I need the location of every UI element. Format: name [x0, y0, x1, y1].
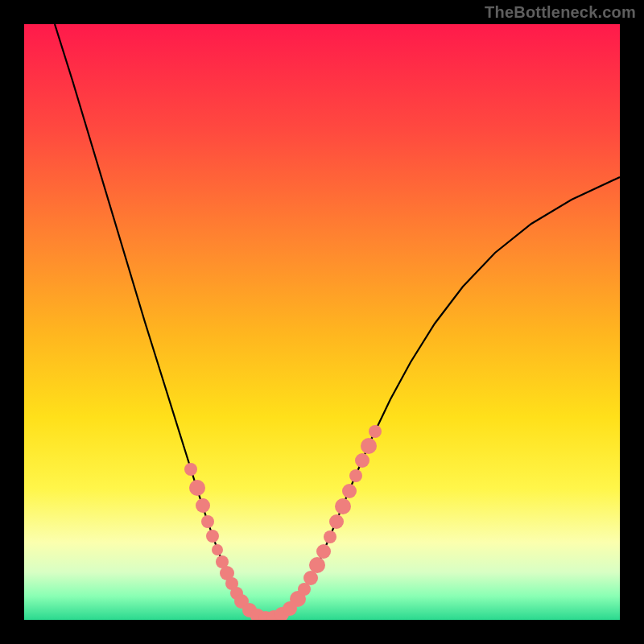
- data-dot: [309, 557, 325, 573]
- data-dot-layer: [184, 425, 382, 620]
- chart-svg: [24, 24, 620, 620]
- data-dot: [335, 498, 351, 514]
- data-dot: [329, 514, 344, 529]
- data-dot: [196, 498, 210, 513]
- data-dot: [189, 480, 205, 496]
- data-dot: [369, 425, 382, 438]
- chart-frame: TheBottleneck.com: [0, 0, 644, 644]
- data-dot: [201, 515, 214, 528]
- data-dot: [349, 469, 362, 482]
- chart-plot-area: [24, 24, 620, 620]
- data-dot: [316, 544, 331, 559]
- data-dot: [361, 438, 377, 454]
- data-dot: [324, 530, 336, 543]
- data-dot: [206, 530, 219, 543]
- data-dot: [355, 453, 369, 468]
- data-dot: [212, 544, 223, 555]
- data-dot: [342, 484, 357, 498]
- data-dot: [184, 463, 197, 476]
- watermark-text: TheBottleneck.com: [485, 3, 636, 22]
- bottleneck-curve: [55, 24, 620, 618]
